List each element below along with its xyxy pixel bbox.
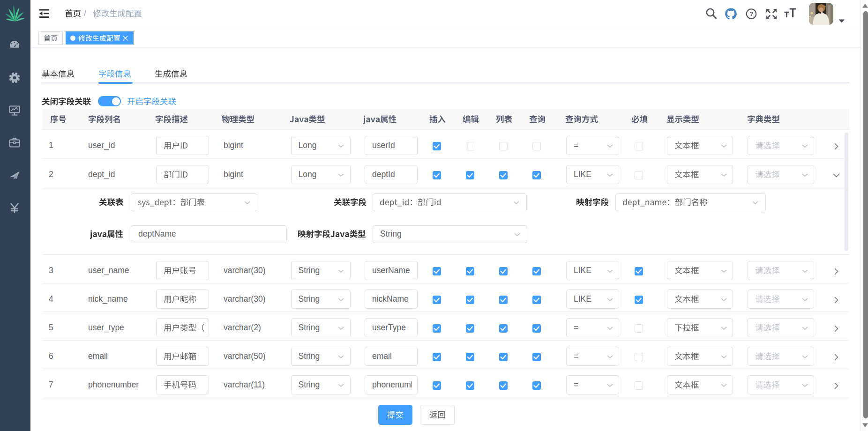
svg-text:?: ? (749, 10, 753, 17)
